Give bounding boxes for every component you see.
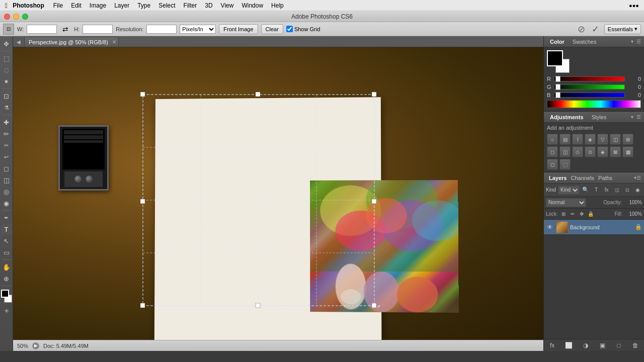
adj-panel-collapse-icon[interactable]: ▾ [631,114,633,120]
menu-filter[interactable]: Filter [180,1,201,10]
menu-layer[interactable]: Layer [110,1,133,10]
layer-filter-t-icon[interactable]: T [592,186,601,195]
swap-wh-icon[interactable]: ⇄ [60,24,71,35]
foreground-color-swatch[interactable] [1,290,9,298]
eyedropper-tool[interactable]: ⚗ [1,102,12,113]
color-panel-collapse-icon[interactable]: ▾ [631,39,633,44]
layer-fx-button[interactable]: fx [548,341,557,350]
pen-tool[interactable]: ✒ [1,212,12,223]
lock-pixels-icon[interactable]: ✏ [569,210,577,218]
tab-channels[interactable]: Channels [569,174,596,182]
exposure-icon[interactable]: ◈ [585,134,596,145]
brightness-contrast-icon[interactable]: ☼ [547,134,558,145]
b-thumb[interactable] [555,92,560,98]
lasso-tool[interactable]: ◌ [1,64,12,75]
layer-kind-select[interactable]: Kind [558,186,580,195]
g-thumb[interactable] [555,84,560,90]
new-layer-button[interactable]: □ [614,341,623,350]
search-icon[interactable]: 🔍 [582,186,590,195]
color-lookup-icon[interactable]: ⊙ [585,146,596,157]
lock-transparent-icon[interactable]: ⊞ [559,210,568,218]
history-tool[interactable]: ↩ [1,151,12,162]
extra-tool[interactable]: ✛ [1,305,12,316]
delete-layer-button[interactable]: 🗑 [631,341,640,350]
clone-tool[interactable]: ✂ [1,140,12,151]
crop-tool[interactable]: ⊡ [1,90,12,102]
layer-item-background[interactable]: 👁 Background 🔒 [544,220,644,235]
move-tool[interactable]: ✥ [1,38,12,49]
layer-filter-toggle-icon[interactable]: ◉ [633,186,642,195]
maximize-button[interactable] [22,14,28,20]
posterize-icon[interactable]: ⊠ [610,146,621,157]
status-icon[interactable]: ▶ [32,342,39,349]
r-slider[interactable] [554,76,625,81]
b-slider[interactable] [554,93,625,98]
tab-adjustments[interactable]: Adjustments [547,113,587,121]
zoom-tool[interactable]: ⊕ [1,273,12,284]
close-tab-icon[interactable]: ✕ [112,39,116,45]
invert-icon[interactable]: ◈ [597,146,608,157]
color-spectrum-bar[interactable] [547,100,641,108]
menu-edit[interactable]: Edit [67,1,86,10]
minimize-button[interactable] [13,14,19,20]
hsl-icon[interactable]: ◫ [610,134,621,145]
blur-tool[interactable]: ◎ [1,186,12,197]
canvas-area[interactable]: ↗ [13,47,543,340]
healing-tool[interactable]: ✚ [1,117,12,128]
color-balance-icon[interactable]: ⊞ [622,134,633,145]
r-thumb[interactable] [555,76,560,82]
adj-panel-menu-icon[interactable]: ☰ [636,114,641,120]
menu-window[interactable]: Window [237,1,267,10]
tab-color[interactable]: Color [547,38,568,46]
layer-visibility-eye[interactable]: 👁 [546,223,554,231]
channel-mixer-icon[interactable]: ◇ [572,146,583,157]
menu-3d[interactable]: 3D [201,1,216,10]
vibrance-icon[interactable]: ▽ [597,134,608,145]
foreground-color-picker[interactable] [547,50,563,66]
threshold-icon[interactable]: ▦ [622,146,633,157]
resolution-input[interactable] [146,25,177,34]
panel-collapse-btn[interactable]: ◀ [13,37,24,47]
selective-color-icon[interactable]: ⬚ [559,159,571,170]
shape-tool[interactable]: ▭ [1,247,12,258]
layer-filter-adj-icon[interactable]: ◫ [613,186,621,195]
gradient-map-icon[interactable]: ◻ [547,159,558,170]
close-button[interactable] [4,14,10,20]
curves-icon[interactable]: ⌇ [572,134,583,145]
menu-view[interactable]: View [217,1,238,10]
path-select-tool[interactable]: ↖ [1,235,12,246]
gradient-tool[interactable]: ◫ [1,174,12,186]
confirm-transform-icon[interactable]: ✓ [590,24,601,35]
w-input[interactable] [27,25,57,34]
tab-layers[interactable]: Layers [547,174,569,182]
add-mask-button[interactable]: ⬜ [565,341,574,350]
menu-help[interactable]: Help [267,1,288,10]
essentials-button[interactable]: Essentials ▾ [604,24,641,34]
cancel-transform-icon[interactable]: ⊘ [576,24,587,35]
hand-tool[interactable]: ✋ [1,261,12,273]
eraser-tool[interactable]: ◻ [1,163,12,174]
resolution-unit-select[interactable]: Pixels/In Pixels/Cm [180,25,216,34]
levels-icon[interactable]: ▤ [559,134,571,145]
tab-styles[interactable]: Styles [589,113,610,121]
tab-swatches[interactable]: Swatches [570,38,600,46]
color-panel-menu-icon[interactable]: ☰ [636,39,641,44]
menu-file[interactable]: File [49,1,67,10]
menu-select[interactable]: Select [154,1,179,10]
layers-panel-menu-icon[interactable]: ☰ [636,175,641,180]
photo-filter-icon[interactable]: ◫ [559,146,571,157]
layer-filter-smartobj-icon[interactable]: ⊡ [623,186,632,195]
lock-all-icon[interactable]: 🔒 [587,210,595,218]
document-tab[interactable]: Perspective.jpg @ 50% (RGB/8) ✕ [24,37,119,47]
apple-logo[interactable]:  [5,2,8,10]
dodge-tool[interactable]: ◉ [1,198,12,209]
marquee-tool[interactable]: ⬚ [1,53,12,64]
show-grid-checkbox[interactable] [286,26,293,32]
color-swatches[interactable] [1,290,12,303]
brush-tool[interactable]: ✏ [1,128,12,139]
menu-image[interactable]: Image [86,1,110,10]
blend-mode-select[interactable]: Normal Multiply Screen Overlay [546,198,586,207]
menu-type[interactable]: Type [133,1,154,10]
new-group-button[interactable]: ▣ [598,341,607,350]
front-image-button[interactable]: Front Image [219,24,258,34]
